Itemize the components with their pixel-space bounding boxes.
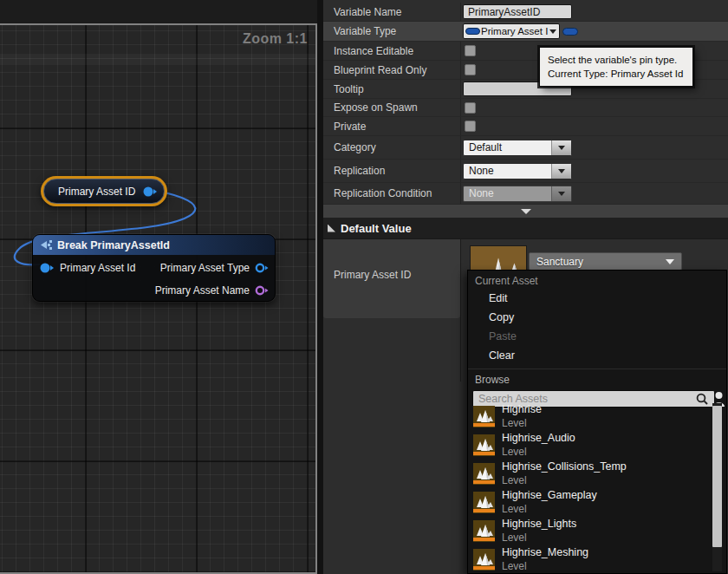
private-checkbox[interactable] — [465, 121, 476, 132]
zoom-level-label: Zoom 1:1 — [243, 31, 308, 47]
section-expanded-icon — [328, 225, 335, 232]
blueprint-editor: Zoom 1:1 Primary Asset ID — [0, 0, 728, 574]
level-asset-icon — [473, 549, 495, 571]
category-dropdown[interactable]: Default — [463, 140, 572, 156]
asset-name-pin-icon[interactable] — [255, 285, 269, 296]
scrollbar-thumb[interactable] — [712, 406, 722, 547]
replication-dropdown-button[interactable] — [551, 164, 571, 179]
category-label: Category — [334, 141, 376, 153]
variable-getter-node[interactable]: Primary Asset ID — [41, 176, 167, 206]
blueprint-read-only-checkbox[interactable] — [465, 64, 476, 75]
browse-section-label: Browse — [468, 369, 726, 389]
output-pin-label-name: Primary Asset Name — [155, 284, 250, 297]
details-panel: Variable Name Variable Type Primary Asse… — [323, 0, 728, 574]
blueprint-read-only-label: Blueprint Read Only — [334, 64, 426, 76]
graph-shading — [0, 54, 315, 65]
input-pin-row: Primary Asset Id — [40, 262, 135, 274]
variable-type-value: Primary Asset I — [481, 26, 549, 36]
output-pin-row-name: Primary Asset Name — [155, 284, 269, 297]
asset-type-pin-icon[interactable] — [255, 263, 269, 273]
menu-item-paste: Paste — [468, 327, 726, 346]
row-private: Private — [323, 117, 728, 136]
output-pin-label-type: Primary Asset Type — [160, 262, 250, 274]
expose-on-spawn-label: Expose on Spawn — [334, 101, 418, 114]
level-asset-icon — [473, 520, 495, 542]
input-pin-label: Primary Asset Id — [60, 262, 135, 274]
row-variable-type: Variable Type Primary Asset I — [323, 22, 728, 42]
chevron-down-icon — [666, 259, 674, 264]
container-type-pill-icon[interactable] — [562, 28, 578, 36]
variable-type-label: Variable Type — [334, 25, 396, 37]
break-struct-icon — [39, 239, 52, 251]
row-expose-on-spawn: Expose on Spawn — [323, 99, 728, 117]
struct-type-pill-icon — [465, 28, 480, 35]
row-replication: Replication None — [323, 160, 728, 183]
expand-arrow-icon — [521, 209, 531, 214]
category-value: Default — [464, 141, 551, 153]
break-node-body: Primary Asset Id Primary Asset Type Prim… — [33, 255, 275, 302]
row-replication-condition: Replication Condition None — [323, 183, 728, 205]
replication-condition-dropdown: None — [463, 186, 572, 202]
replication-condition-dropdown-button — [551, 186, 571, 201]
menu-item-edit[interactable]: Edit — [468, 289, 726, 308]
category-dropdown-button[interactable] — [551, 140, 571, 155]
asset-picker-menu: Current Asset EditCopyPasteClear Browse — [467, 270, 727, 574]
chevron-down-icon — [549, 29, 556, 34]
variable-type-combo[interactable]: Primary Asset I — [463, 23, 560, 39]
level-asset-icon — [473, 492, 495, 513]
default-value-column-divider — [460, 239, 461, 382]
replication-value: None — [464, 165, 551, 177]
asset-menu-items: EditCopyPasteClear — [468, 289, 726, 365]
variable-name-label: Variable Name — [334, 6, 401, 18]
panel-divider[interactable] — [317, 0, 323, 574]
default-value-title: Default Value — [341, 222, 412, 235]
break-node-header: Break PrimaryAssetId — [33, 235, 275, 255]
chevron-down-icon — [558, 146, 565, 150]
level-asset-icon — [473, 463, 495, 485]
tooltip-label: Tooltip — [334, 83, 364, 95]
graph-panel-wrap: Zoom 1:1 Primary Asset ID — [0, 0, 321, 574]
break-struct-node[interactable]: Break PrimaryAssetId Primary Asset Id Pr… — [32, 234, 276, 302]
expose-on-spawn-checkbox[interactable] — [465, 102, 476, 114]
tooltip-line-2: Current Type: Primary Asset Id — [548, 67, 685, 81]
input-pin-icon[interactable] — [40, 263, 54, 273]
level-asset-icon — [473, 434, 495, 456]
level-asset-icon — [473, 406, 495, 427]
row-category: Category Default — [323, 136, 728, 160]
asset-select-dropdown[interactable]: Sanctuary — [529, 252, 682, 271]
replication-condition-label: Replication Condition — [334, 187, 432, 199]
primary-asset-id-label: Primary Asset ID — [334, 269, 411, 281]
menu-item-clear[interactable]: Clear — [468, 346, 726, 365]
chevron-down-icon — [558, 169, 565, 173]
asset-list-item[interactable]: Highrise_Lights Level — [468, 517, 712, 545]
pin-type-tooltip: Select the variable's pin type. Current … — [539, 47, 693, 87]
output-pin-icon[interactable] — [143, 186, 157, 197]
default-value-section-header[interactable]: Default Value — [323, 218, 728, 239]
advanced-expander[interactable] — [323, 205, 728, 218]
variable-getter-body: Primary Asset ID — [43, 179, 165, 204]
chevron-down-icon — [558, 192, 565, 196]
current-asset-section-label: Current Asset — [468, 271, 726, 289]
replication-condition-value: None — [464, 187, 551, 199]
row-variable-name: Variable Name — [323, 3, 728, 22]
selected-asset-name: Sanctuary — [530, 256, 666, 268]
primary-asset-id-label-column: Primary Asset ID — [323, 239, 460, 318]
asset-list-item[interactable]: Highrise_Collisions_Temp Level — [468, 460, 712, 488]
menu-item-copy[interactable]: Copy — [468, 308, 726, 327]
tooltip-line-1: Select the variable's pin type. — [548, 53, 685, 67]
asset-list-item[interactable]: Highrise_Audio Level — [468, 431, 712, 460]
output-pin-row-type: Primary Asset Type — [160, 262, 269, 274]
asset-list-item[interactable]: Highrise_Meshing Level — [468, 545, 712, 573]
asset-list-item[interactable]: Highrise_Gameplay Level — [468, 488, 712, 517]
variable-name-input[interactable] — [463, 4, 572, 19]
replication-label: Replication — [334, 165, 385, 177]
asset-list-item[interactable]: Highrise Level — [468, 402, 712, 431]
blueprint-graph-canvas[interactable]: Zoom 1:1 Primary Asset ID — [0, 23, 317, 574]
asset-list: Highrise Level Highrise_Audio Level High… — [468, 402, 712, 573]
private-label: Private — [334, 121, 366, 133]
instance-editable-label: Instance Editable — [334, 45, 413, 57]
break-node-title: Break PrimaryAssetId — [57, 239, 170, 251]
variable-getter-label: Primary Asset ID — [58, 186, 143, 198]
instance-editable-checkbox[interactable] — [465, 45, 476, 56]
replication-dropdown[interactable]: None — [463, 163, 572, 179]
